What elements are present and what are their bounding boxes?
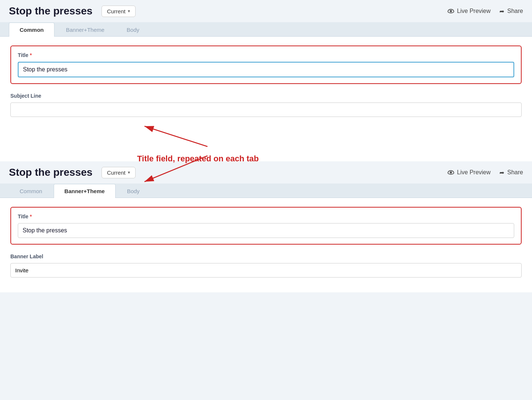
chevron-icon-top: ▾ — [128, 9, 130, 14]
share-button-bottom[interactable]: ➦ Share — [499, 169, 523, 176]
page-wrapper: Stop the presses Current ▾ Live Preview … — [0, 0, 532, 292]
content-bottom: Title * Banner Label — [0, 198, 532, 292]
tab-banner-bottom[interactable]: Banner+Theme — [54, 184, 116, 198]
title-card-top: Title * — [10, 46, 522, 84]
tab-bar-bottom: Common Banner+Theme Body — [0, 184, 532, 198]
tab-body-top[interactable]: Body — [116, 23, 150, 37]
subject-input-top[interactable] — [10, 102, 522, 117]
title-input-bottom[interactable] — [18, 223, 514, 238]
page-title-bottom: Stop the presses — [9, 167, 93, 178]
live-preview-label-bottom: Live Preview — [457, 169, 491, 176]
title-card-bottom: Title * — [10, 207, 522, 245]
share-icon-bottom: ➦ — [499, 169, 504, 176]
title-label-top: Title * — [18, 52, 514, 58]
subject-section-top: Subject Line — [10, 93, 522, 117]
page-title-top: Stop the presses — [9, 5, 93, 17]
version-dropdown-top[interactable]: Current ▾ — [102, 6, 136, 17]
section-top: Stop the presses Current ▾ Live Preview … — [0, 0, 532, 132]
header-top: Stop the presses Current ▾ Live Preview … — [0, 0, 532, 22]
share-icon-top: ➦ — [499, 8, 504, 15]
banner-section-bottom: Banner Label — [10, 253, 522, 278]
share-label-bottom: Share — [507, 169, 523, 176]
required-star-top: * — [30, 52, 32, 58]
section-bottom: Stop the presses Current ▾ Live Preview … — [0, 161, 532, 292]
live-preview-button-top[interactable]: Live Preview — [448, 8, 491, 14]
tab-bar-top: Common Banner+Theme Body — [0, 22, 532, 37]
chevron-icon-bottom: ▾ — [128, 170, 130, 175]
header-right-bottom: Live Preview ➦ Share — [448, 169, 523, 176]
eye-icon-bottom — [448, 170, 454, 175]
banner-label-bottom: Banner Label — [10, 253, 522, 259]
share-button-top[interactable]: ➦ Share — [499, 8, 523, 15]
banner-input-bottom[interactable] — [10, 263, 522, 278]
live-preview-button-bottom[interactable]: Live Preview — [448, 169, 491, 176]
content-top: Title * Subject Line — [0, 37, 532, 132]
tab-body-bottom[interactable]: Body — [116, 184, 150, 198]
version-dropdown-bottom[interactable]: Current ▾ — [102, 167, 136, 178]
version-label-bottom: Current — [107, 169, 126, 176]
tab-common-bottom[interactable]: Common — [9, 184, 53, 198]
header-right-top: Live Preview ➦ Share — [448, 8, 523, 15]
tab-banner-top[interactable]: Banner+Theme — [55, 23, 115, 37]
annotation-layer: Title field, repeated on each tab — [0, 132, 532, 161]
required-star-bottom: * — [30, 214, 32, 219]
tab-common-top[interactable]: Common — [9, 23, 54, 37]
title-label-bottom: Title * — [18, 214, 514, 219]
share-label-top: Share — [507, 8, 523, 14]
eye-icon-top — [448, 9, 454, 13]
annotation-text: Title field, repeated on each tab — [137, 154, 259, 164]
live-preview-label-top: Live Preview — [457, 8, 491, 14]
version-label-top: Current — [107, 8, 126, 14]
title-input-top[interactable] — [18, 62, 514, 77]
subject-label-top: Subject Line — [10, 93, 522, 99]
header-bottom: Stop the presses Current ▾ Live Preview … — [0, 161, 532, 184]
